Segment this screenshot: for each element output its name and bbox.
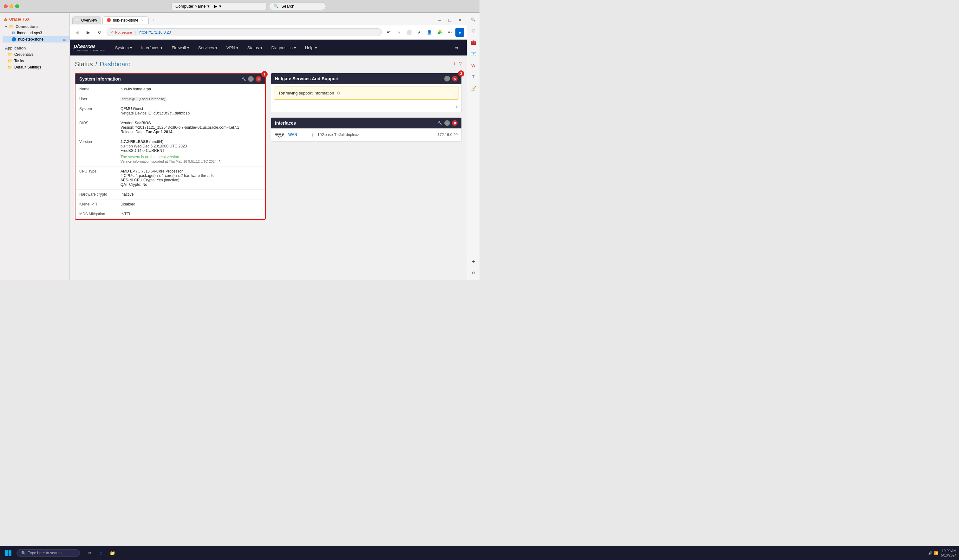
pfsense-logo: pfsense COMMUNITY EDITION [73, 43, 106, 52]
pfsense-content: Status / Dashboard + ? [70, 56, 467, 225]
minimize-browser-button[interactable]: ─ [435, 16, 444, 24]
edge-add-button[interactable]: + [469, 257, 478, 266]
cpu-aesni: AES-NI CPU Crypto: Yes (inactive) [121, 178, 261, 182]
edge-search-button[interactable]: 🔍 [469, 15, 478, 24]
url-bar[interactable]: ⚠ Not secure | https://172.16.0.20 [107, 28, 382, 36]
nav-interfaces[interactable]: Interfaces ▾ [137, 43, 167, 52]
edge-notes-button[interactable]: 📝 [469, 84, 478, 92]
netgate-support-body: Retrieving support information ⚙ ↻ [271, 87, 461, 112]
tab-icon-overview: ⊞ [76, 18, 79, 22]
version-value: 2.7.2-RELEASE (amd64) built on Wed Dec 6… [117, 137, 265, 167]
cpu-label: CPU Type [75, 167, 117, 189]
new-tab-button[interactable]: + [150, 16, 158, 24]
chevron-down-icon: ▾ [207, 4, 210, 9]
forward-button[interactable]: ▶ [84, 28, 92, 37]
table-row: Hardware crypto Inactive [75, 189, 265, 199]
help-button[interactable]: ? [459, 61, 462, 68]
more-button[interactable]: ••• [445, 28, 454, 37]
interfaces-wrench-button[interactable]: 🔧 [438, 121, 442, 125]
chevron-down-icon-2: ▾ [219, 4, 221, 9]
edge-tools-button[interactable]: 🧰 [469, 38, 478, 47]
favorites-button[interactable]: ★ [415, 28, 424, 37]
cpu-qat: QAT Crypto: No [121, 182, 261, 187]
breadcrumb-status: Status [75, 60, 93, 68]
nav-right-area: ➡ [451, 43, 463, 52]
tab-overview[interactable]: ⊞ Overview [72, 16, 101, 24]
edge-icon[interactable]: e [456, 28, 464, 37]
wan-interface-row: WAN ↑ 10Gbase-T <full-duplex> 172.16.0.2… [271, 129, 461, 142]
back-button[interactable]: ◀ [72, 28, 81, 37]
nav-vpn[interactable]: VPN ▾ [222, 43, 243, 52]
system-info-minimize-button[interactable]: − [248, 76, 254, 82]
wan-speed: 10Gbase-T <full-duplex> [317, 132, 434, 137]
tab-hub-step-stone[interactable]: 🔴 hub-step-stone ✕ [102, 16, 149, 24]
system-info-close-button[interactable]: ✕ [256, 76, 261, 82]
refresh-version-button[interactable]: ↻ [218, 159, 221, 164]
tasks-label: Tasks [14, 59, 24, 63]
extensions-button[interactable]: 🧩 [435, 28, 444, 37]
wan-ip: 172.16.0.20 [438, 132, 457, 137]
support-refresh-button[interactable]: ↻ [456, 105, 459, 110]
badge-1: 1 [261, 71, 268, 77]
nav-vpn-label: VPN [226, 45, 235, 50]
nav-help[interactable]: Help ▾ [301, 43, 322, 52]
sidebar-item-hub-step-stone[interactable]: 🔵 hub-step-stone ⏏ [3, 36, 69, 43]
nav-logout-button[interactable]: ➡ [451, 43, 463, 52]
system-info-wrench-button[interactable]: 🔧 [241, 77, 246, 81]
nav-interfaces-label: Interfaces [141, 45, 159, 50]
sidebar-item-credentials[interactable]: 📁 Credentials [3, 51, 69, 58]
profile-button[interactable]: 👤 [425, 28, 434, 37]
title-bar: Computer Name ▾ ▶ ▾ 🔍 Search [0, 0, 480, 13]
netgate-support-minimize-button[interactable]: − [444, 76, 450, 81]
minimize-window-button[interactable] [10, 5, 13, 8]
breadcrumb-dashboard[interactable]: Dashboard [100, 60, 131, 68]
table-row: User admin@... (Local Database) [75, 94, 265, 104]
edge-office-button[interactable]: W [469, 61, 478, 70]
edge-favorites-button[interactable]: ♡ [469, 27, 478, 35]
nav-services[interactable]: Services ▾ [194, 43, 222, 52]
split-view-button[interactable]: ⬜ [405, 28, 414, 37]
reader-view-button[interactable]: Aᴬ [384, 28, 393, 37]
traffic-lights [4, 5, 19, 8]
edge-outlook-button[interactable]: 📧 [469, 49, 478, 58]
kpti-value: Disabled [117, 199, 265, 209]
cpu-threads: 2 CPUs: 1 package(s) x 1 core(s) x 2 har… [121, 173, 261, 178]
system-value2: Netgate Device ID: d0c1c0c7c...dafbfb1b [121, 111, 261, 115]
reload-button[interactable]: ↻ [95, 28, 104, 37]
interfaces-minimize-button[interactable]: − [444, 120, 450, 126]
close-browser-button[interactable]: ✕ [456, 16, 464, 24]
version-update: The system is on the latest version. [121, 155, 261, 159]
sidebar-item-default-settings[interactable]: 📁 Default Settings [3, 64, 69, 70]
nav-bar: ◀ ▶ ↻ ⚠ Not secure | https://172.16.0.20… [70, 25, 467, 39]
system-info-body: Name hub-fw.home.arpa User admin@... (Lo… [75, 84, 265, 219]
nav-diagnostics[interactable]: Diagnostics ▾ [267, 43, 301, 52]
close-window-button[interactable] [4, 5, 8, 8]
nav-system-label: System [115, 45, 129, 50]
bios-value: Vendor: SeaBIOS Version: *-20171121_1525… [117, 118, 265, 137]
fullscreen-window-button[interactable] [15, 5, 19, 8]
restore-browser-button[interactable]: □ [445, 16, 454, 24]
edge-settings-button[interactable]: ⚙ [469, 269, 478, 277]
add-widget-button[interactable]: + [452, 61, 456, 68]
edge-right-panel: 🔍 ♡ 🧰 📧 W T 📝 + ⚙ [467, 13, 480, 280]
user-value: admin@... (Local Database) [117, 94, 265, 104]
sidebar-item-vps3[interactable]: 🖥 ihoogend-vps3 [3, 30, 69, 36]
sidebar-item-connections[interactable]: ▾ 📁 Connections [0, 24, 69, 30]
edge-teams-button[interactable]: T [469, 72, 478, 81]
right-column: 2 Netgate Services And Support − ✕ [271, 73, 462, 220]
sidebar-item-tasks[interactable]: 📁 Tasks [3, 58, 69, 64]
svg-rect-1 [279, 134, 281, 135]
bookmark-button[interactable]: ☆ [395, 28, 403, 37]
netgate-support-close-button[interactable]: ✕ [452, 76, 457, 81]
version-number: 2.7.2-RELEASE [121, 140, 148, 144]
nav-status[interactable]: Status ▾ [243, 43, 267, 52]
nav-system[interactable]: System ▾ [111, 43, 137, 52]
browser-chrome: ⊞ Overview 🔴 hub-step-stone ✕ + ─ □ ✕ [70, 13, 467, 40]
nav-firewall[interactable]: Firewall ▾ [167, 43, 194, 52]
address-bar-title[interactable]: Computer Name ▾ ▶ ▾ [171, 2, 266, 10]
interfaces-close-button[interactable]: ✕ [452, 120, 457, 126]
tab-close-button[interactable]: ✕ [140, 18, 145, 22]
global-search[interactable]: 🔍 Search [269, 2, 326, 10]
oracle-icon: ⚠ [4, 17, 7, 22]
pfsense-logo-sub: COMMUNITY EDITION [73, 49, 106, 52]
